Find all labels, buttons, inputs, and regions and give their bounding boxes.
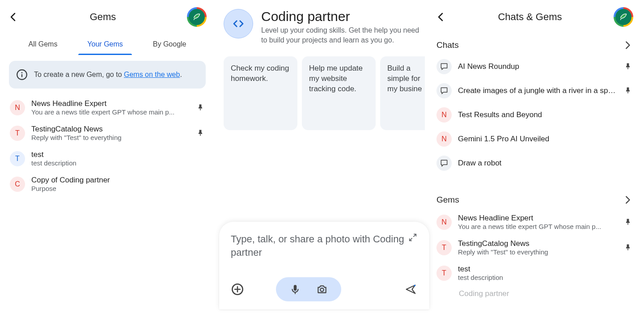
send-button[interactable] [404,283,418,296]
pin-icon [623,86,632,95]
chat-avatar [436,156,452,171]
gems-expand-button[interactable] [623,195,632,205]
gem-title: test [458,265,632,274]
pin-icon [196,103,205,112]
gem-title: News Headline Expert [458,214,617,223]
gem-item[interactable]: T TestingCatalog News Reply with "Test" … [0,120,215,146]
chat-title: Draw a robot [458,159,632,168]
suggestion-card[interactable]: Help me update my website tracking code. [302,56,376,130]
gem-hero-title: Coding partner [261,9,425,24]
gem-item[interactable]: N News Headline Expert You are a news ti… [434,209,635,235]
pin-icon [623,62,632,71]
gem-avatar: T [10,126,25,141]
gem-subtitle: You are a news title expert GPT whose ma… [31,108,190,116]
chat-title: Test Results and Beyond [458,110,632,119]
send-icon [405,283,417,296]
chat-item[interactable]: N Test Results and Beyond [434,103,635,127]
gem-item[interactable]: T TestingCatalog News Reply with "Test" … [434,235,635,260]
voice-input-button[interactable] [288,283,302,296]
gem-subtitle: Reply with "Test" to everything [31,134,190,141]
code-icon [232,17,245,30]
pin-icon [623,218,632,227]
tab-all-gems[interactable]: All Gems [24,34,62,55]
gem-title: test [31,150,205,159]
gem-subtitle: test description [31,159,205,167]
expand-input-button[interactable] [408,233,418,242]
mic-icon [289,283,301,295]
gem-avatar: T [10,151,25,166]
gem-hero-icon [224,9,253,38]
gem-subtitle: Purpose [31,185,205,192]
gem-avatar: C [10,177,25,192]
chevron-left-icon [8,12,19,22]
profile-avatar-left[interactable] [187,7,207,27]
chats-section-title: Chats [436,40,459,50]
tab-by-google[interactable]: By Google [148,34,191,55]
avatar-leaf-icon [192,13,201,21]
chat-input-container[interactable]: Type, talk, or share a photo with Coding… [219,222,429,309]
back-button-left[interactable] [8,12,19,22]
page-title-right: Chats & Gems [446,11,614,23]
suggestion-card[interactable]: Build a simple for my busine [380,56,425,130]
info-icon [16,69,28,80]
avatar-leaf-icon [619,13,628,21]
expand-icon [408,233,418,242]
info-link[interactable]: Gems on the web [124,71,180,78]
gem-avatar: T [436,266,452,281]
add-attachment-button[interactable] [231,283,244,296]
camera-icon [316,283,328,295]
gem-item[interactable]: T test test description [434,260,635,286]
gem-title: Copy of Coding partner [31,176,205,185]
chat-avatar: N [436,107,452,123]
suggestion-card[interactable]: Check my coding homework. [224,56,297,130]
back-button-right[interactable] [436,12,446,22]
pin-icon [623,243,632,252]
gem-avatar: N [10,100,25,115]
chats-expand-button[interactable] [623,40,632,50]
chat-title: AI News Roundup [458,62,617,71]
chevron-right-icon [623,195,632,205]
info-banner: To create a new Gem, go to Gems on the w… [9,61,206,89]
chat-title: Gemini 1.5 Pro AI Unveiled [458,135,632,144]
chat-title: Create images of a jungle with a river i… [458,86,617,95]
chevron-left-icon [436,12,446,22]
chat-avatar: N [436,131,452,147]
chat-icon [440,86,449,95]
gem-title: TestingCatalog News [458,239,617,248]
chat-item[interactable]: AI News Roundup [434,55,635,79]
page-title-left: Gems [19,11,187,23]
plus-circle-icon [231,283,244,296]
chat-item[interactable]: Create images of a jungle with a river i… [434,79,635,103]
gem-subtitle: test description [458,274,632,281]
gem-subtitle: You are a news title expert GPT whose ma… [458,223,617,230]
gem-item[interactable]: T test test description [0,146,215,171]
chat-icon [440,159,449,168]
gem-subtitle: Reply with "Test" to everything [458,248,617,256]
tab-your-gems[interactable]: Your Gems [83,34,127,55]
gem-avatar: T [436,240,452,255]
gem-title: TestingCatalog News [31,125,190,134]
info-text-prefix: To create a new Gem, go to [34,71,124,78]
chevron-right-icon [623,40,632,50]
chat-icon [440,62,449,71]
chat-avatar [436,59,452,74]
chat-item[interactable]: Draw a robot [434,151,635,175]
gem-hero-desc: Level up your coding skills. Get the hel… [261,25,425,45]
chat-avatar [436,83,452,98]
gem-item[interactable]: N News Headline Expert You are a news ti… [0,95,215,120]
camera-input-button[interactable] [315,283,329,296]
gem-item-cutoff: Coding partner [434,286,635,298]
chat-item[interactable]: N Gemini 1.5 Pro AI Unveiled [434,127,635,151]
gem-title: News Headline Expert [31,99,190,108]
info-text-suffix: . [180,71,182,78]
gem-item[interactable]: C Copy of Coding partner Purpose [0,171,215,197]
gem-avatar: N [436,215,452,230]
pin-icon [196,129,205,138]
chat-input-placeholder: Type, talk, or share a photo with Coding… [231,233,404,258]
gems-section-title: Gems [436,195,459,205]
profile-avatar-right[interactable] [614,7,633,27]
